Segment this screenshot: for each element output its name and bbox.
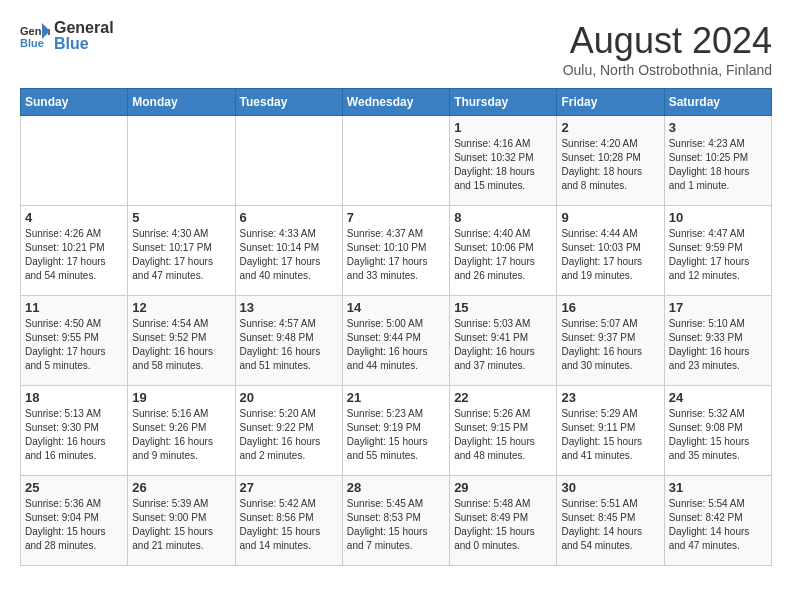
calendar-cell: 15Sunrise: 5:03 AM Sunset: 9:41 PM Dayli… [450, 296, 557, 386]
day-number: 2 [561, 120, 659, 135]
day-number: 29 [454, 480, 552, 495]
calendar-cell: 19Sunrise: 5:16 AM Sunset: 9:26 PM Dayli… [128, 386, 235, 476]
weekday-header-wednesday: Wednesday [342, 89, 449, 116]
calendar-subtitle: Oulu, North Ostrobothnia, Finland [563, 62, 772, 78]
day-number: 10 [669, 210, 767, 225]
day-info: Sunrise: 5:03 AM Sunset: 9:41 PM Dayligh… [454, 317, 552, 373]
day-info: Sunrise: 5:10 AM Sunset: 9:33 PM Dayligh… [669, 317, 767, 373]
weekday-header-saturday: Saturday [664, 89, 771, 116]
weekday-header-row: SundayMondayTuesdayWednesdayThursdayFrid… [21, 89, 772, 116]
calendar-cell: 21Sunrise: 5:23 AM Sunset: 9:19 PM Dayli… [342, 386, 449, 476]
day-info: Sunrise: 4:40 AM Sunset: 10:06 PM Daylig… [454, 227, 552, 283]
calendar-cell: 14Sunrise: 5:00 AM Sunset: 9:44 PM Dayli… [342, 296, 449, 386]
calendar-cell: 20Sunrise: 5:20 AM Sunset: 9:22 PM Dayli… [235, 386, 342, 476]
calendar-cell [128, 116, 235, 206]
logo-blue-text: Blue [54, 36, 114, 52]
calendar-cell: 13Sunrise: 4:57 AM Sunset: 9:48 PM Dayli… [235, 296, 342, 386]
calendar-cell: 1Sunrise: 4:16 AM Sunset: 10:32 PM Dayli… [450, 116, 557, 206]
calendar-cell: 7Sunrise: 4:37 AM Sunset: 10:10 PM Dayli… [342, 206, 449, 296]
calendar-cell: 17Sunrise: 5:10 AM Sunset: 9:33 PM Dayli… [664, 296, 771, 386]
day-info: Sunrise: 5:23 AM Sunset: 9:19 PM Dayligh… [347, 407, 445, 463]
day-number: 17 [669, 300, 767, 315]
page-header: General Blue General Blue August 2024 Ou… [20, 20, 772, 78]
day-number: 14 [347, 300, 445, 315]
day-info: Sunrise: 5:16 AM Sunset: 9:26 PM Dayligh… [132, 407, 230, 463]
logo-general-text: General [54, 20, 114, 36]
calendar-cell: 27Sunrise: 5:42 AM Sunset: 8:56 PM Dayli… [235, 476, 342, 566]
day-info: Sunrise: 5:20 AM Sunset: 9:22 PM Dayligh… [240, 407, 338, 463]
day-info: Sunrise: 5:42 AM Sunset: 8:56 PM Dayligh… [240, 497, 338, 553]
day-info: Sunrise: 4:50 AM Sunset: 9:55 PM Dayligh… [25, 317, 123, 373]
calendar-cell: 16Sunrise: 5:07 AM Sunset: 9:37 PM Dayli… [557, 296, 664, 386]
calendar-cell: 31Sunrise: 5:54 AM Sunset: 8:42 PM Dayli… [664, 476, 771, 566]
calendar-cell: 3Sunrise: 4:23 AM Sunset: 10:25 PM Dayli… [664, 116, 771, 206]
day-number: 15 [454, 300, 552, 315]
svg-text:Blue: Blue [20, 37, 44, 49]
calendar-cell: 26Sunrise: 5:39 AM Sunset: 9:00 PM Dayli… [128, 476, 235, 566]
day-number: 9 [561, 210, 659, 225]
day-info: Sunrise: 4:20 AM Sunset: 10:28 PM Daylig… [561, 137, 659, 193]
day-number: 7 [347, 210, 445, 225]
day-number: 28 [347, 480, 445, 495]
calendar-cell: 30Sunrise: 5:51 AM Sunset: 8:45 PM Dayli… [557, 476, 664, 566]
weekday-header-friday: Friday [557, 89, 664, 116]
day-number: 25 [25, 480, 123, 495]
title-area: August 2024 Oulu, North Ostrobothnia, Fi… [563, 20, 772, 78]
day-info: Sunrise: 5:29 AM Sunset: 9:11 PM Dayligh… [561, 407, 659, 463]
day-number: 31 [669, 480, 767, 495]
day-number: 13 [240, 300, 338, 315]
day-number: 27 [240, 480, 338, 495]
calendar-cell: 24Sunrise: 5:32 AM Sunset: 9:08 PM Dayli… [664, 386, 771, 476]
day-info: Sunrise: 5:07 AM Sunset: 9:37 PM Dayligh… [561, 317, 659, 373]
logo: General Blue General Blue [20, 20, 114, 52]
calendar-week-1: 1Sunrise: 4:16 AM Sunset: 10:32 PM Dayli… [21, 116, 772, 206]
calendar-cell: 28Sunrise: 5:45 AM Sunset: 8:53 PM Dayli… [342, 476, 449, 566]
calendar-cell: 18Sunrise: 5:13 AM Sunset: 9:30 PM Dayli… [21, 386, 128, 476]
day-number: 18 [25, 390, 123, 405]
day-info: Sunrise: 4:33 AM Sunset: 10:14 PM Daylig… [240, 227, 338, 283]
day-info: Sunrise: 5:13 AM Sunset: 9:30 PM Dayligh… [25, 407, 123, 463]
calendar-week-4: 18Sunrise: 5:13 AM Sunset: 9:30 PM Dayli… [21, 386, 772, 476]
day-info: Sunrise: 5:51 AM Sunset: 8:45 PM Dayligh… [561, 497, 659, 553]
calendar-cell: 29Sunrise: 5:48 AM Sunset: 8:49 PM Dayli… [450, 476, 557, 566]
calendar-cell: 23Sunrise: 5:29 AM Sunset: 9:11 PM Dayli… [557, 386, 664, 476]
calendar-cell [342, 116, 449, 206]
day-number: 5 [132, 210, 230, 225]
day-number: 21 [347, 390, 445, 405]
calendar-cell [21, 116, 128, 206]
day-number: 26 [132, 480, 230, 495]
day-number: 19 [132, 390, 230, 405]
day-info: Sunrise: 5:26 AM Sunset: 9:15 PM Dayligh… [454, 407, 552, 463]
day-info: Sunrise: 4:37 AM Sunset: 10:10 PM Daylig… [347, 227, 445, 283]
day-number: 6 [240, 210, 338, 225]
day-number: 30 [561, 480, 659, 495]
day-number: 1 [454, 120, 552, 135]
day-info: Sunrise: 5:45 AM Sunset: 8:53 PM Dayligh… [347, 497, 445, 553]
day-info: Sunrise: 5:39 AM Sunset: 9:00 PM Dayligh… [132, 497, 230, 553]
calendar-cell: 5Sunrise: 4:30 AM Sunset: 10:17 PM Dayli… [128, 206, 235, 296]
day-info: Sunrise: 4:44 AM Sunset: 10:03 PM Daylig… [561, 227, 659, 283]
weekday-header-monday: Monday [128, 89, 235, 116]
day-number: 4 [25, 210, 123, 225]
day-info: Sunrise: 4:16 AM Sunset: 10:32 PM Daylig… [454, 137, 552, 193]
weekday-header-tuesday: Tuesday [235, 89, 342, 116]
calendar-week-2: 4Sunrise: 4:26 AM Sunset: 10:21 PM Dayli… [21, 206, 772, 296]
calendar-week-5: 25Sunrise: 5:36 AM Sunset: 9:04 PM Dayli… [21, 476, 772, 566]
logo-icon: General Blue [20, 21, 50, 51]
day-info: Sunrise: 5:32 AM Sunset: 9:08 PM Dayligh… [669, 407, 767, 463]
day-info: Sunrise: 5:36 AM Sunset: 9:04 PM Dayligh… [25, 497, 123, 553]
calendar-cell: 9Sunrise: 4:44 AM Sunset: 10:03 PM Dayli… [557, 206, 664, 296]
day-number: 16 [561, 300, 659, 315]
day-info: Sunrise: 4:26 AM Sunset: 10:21 PM Daylig… [25, 227, 123, 283]
calendar-table: SundayMondayTuesdayWednesdayThursdayFrid… [20, 88, 772, 566]
day-number: 3 [669, 120, 767, 135]
calendar-cell: 6Sunrise: 4:33 AM Sunset: 10:14 PM Dayli… [235, 206, 342, 296]
calendar-cell [235, 116, 342, 206]
day-info: Sunrise: 5:00 AM Sunset: 9:44 PM Dayligh… [347, 317, 445, 373]
day-info: Sunrise: 4:57 AM Sunset: 9:48 PM Dayligh… [240, 317, 338, 373]
calendar-cell: 10Sunrise: 4:47 AM Sunset: 9:59 PM Dayli… [664, 206, 771, 296]
weekday-header-sunday: Sunday [21, 89, 128, 116]
calendar-body: 1Sunrise: 4:16 AM Sunset: 10:32 PM Dayli… [21, 116, 772, 566]
day-number: 22 [454, 390, 552, 405]
day-info: Sunrise: 5:54 AM Sunset: 8:42 PM Dayligh… [669, 497, 767, 553]
